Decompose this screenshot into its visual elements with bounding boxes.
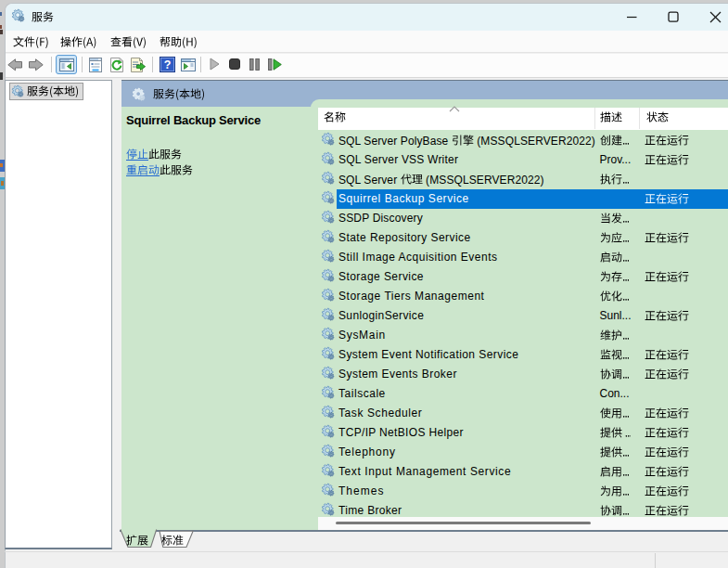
svg-text:?: ? — [164, 58, 172, 71]
